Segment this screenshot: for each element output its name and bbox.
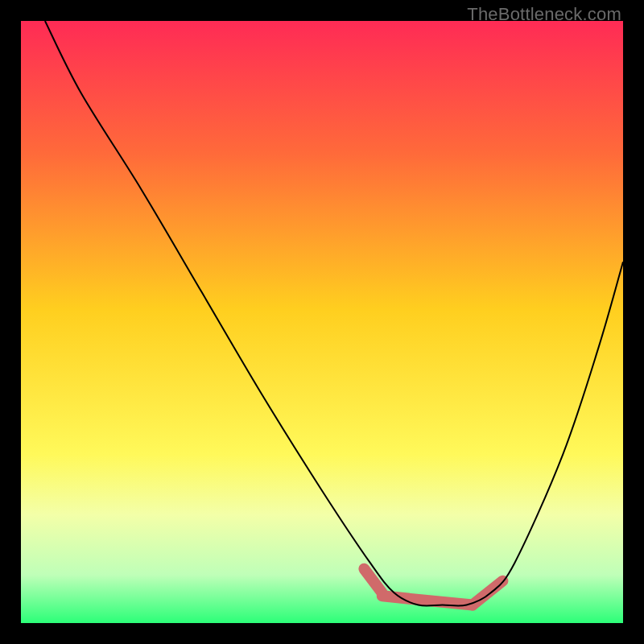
plot-area (21, 21, 623, 623)
chart-frame: TheBottleneck.com (0, 0, 644, 644)
chart-svg (21, 21, 623, 623)
gradient-background (21, 21, 623, 623)
